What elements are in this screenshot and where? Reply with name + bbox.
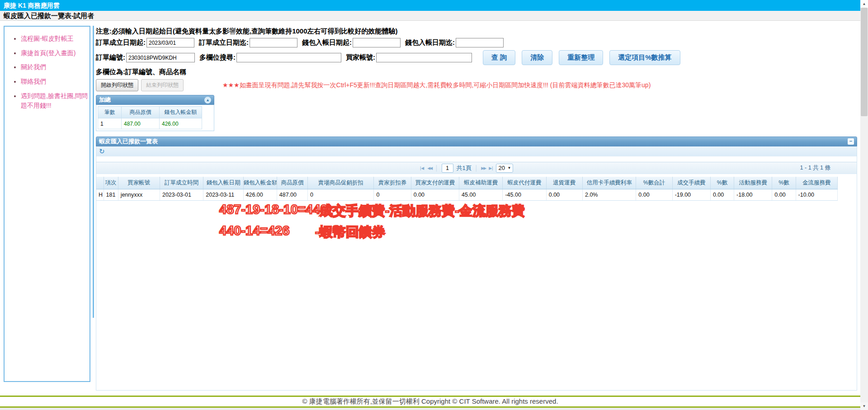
sum-panel-title: 加總: [99, 95, 111, 104]
annotation-formula-1: 487-19-18-10=440: [219, 202, 327, 217]
print-off-button: 結束列印狀態: [141, 79, 184, 91]
order-no-input[interactable]: [126, 53, 195, 62]
collapse-up-icon[interactable]: ▴: [204, 97, 211, 104]
print-on-button[interactable]: 開啟列印狀態: [96, 79, 138, 91]
page-title-bar: 蝦皮匯入已撥款一覽表-試用者: [0, 11, 860, 21]
order-date-to-input[interactable]: [250, 38, 297, 47]
col-return-shipping[interactable]: 退貨運費: [546, 177, 582, 189]
cell-credit-card-rate: 2.0%: [582, 189, 636, 200]
cell-shopee-subsidy-shipping: 45.00: [459, 189, 503, 200]
sum-wallet-amount: 426.00: [160, 118, 202, 129]
cell-shop-promo-discount: 0: [307, 189, 373, 200]
grid-panel-body: ↻ |◀ ◀◀ │ 共1頁 │ ▶▶ ▶| 20 ▼: [96, 146, 857, 391]
multi-field-hint: 多欄位為:訂單編號、商品名稱: [96, 68, 857, 76]
cell-buyer-paid-shipping: 0.00: [411, 189, 459, 200]
grid-table: 項次 買家帳號 訂單成立時間 錢包入帳日期 錢包入帳金額 商品原價 賣場商品促銷…: [96, 177, 838, 201]
wallet-date-from-input[interactable]: [353, 38, 401, 47]
bottom-strip: [0, 408, 860, 410]
order-no-label: 訂單編號:: [96, 53, 125, 62]
grid-toolbar: ↻: [96, 146, 857, 156]
cell-original-price: 487.00: [277, 189, 307, 200]
sum-original-price: 487.00: [122, 118, 160, 129]
filter-row-dates: 訂單成立日期起: 訂單成立日期迄: 錢包入帳日期起: 錢包入帳日期迄:: [96, 38, 857, 47]
col-shopee-paid-shipping[interactable]: 蝦皮代付運費: [503, 177, 546, 189]
col-activity-fee[interactable]: 活動服務費: [734, 177, 772, 189]
col-percent-total[interactable]: %數合計: [636, 177, 672, 189]
col-original-price[interactable]: 商品原價: [277, 177, 307, 189]
sidebar-item-home[interactable]: 康捷首頁(登入畫面): [21, 48, 90, 58]
col-transaction-fee[interactable]: 成交手續費: [672, 177, 710, 189]
grid-row[interactable]: H 181 jennyxxx 2023-03-01 2023-03-11 426…: [96, 189, 838, 200]
order-date-from-input[interactable]: [146, 38, 194, 47]
col-percent-1[interactable]: %數: [710, 177, 734, 189]
cell-wallet-amount: 426.00: [243, 189, 277, 200]
cell-seq: 181: [104, 189, 118, 200]
buyer-account-input[interactable]: [376, 53, 472, 62]
cell-wallet-date: 2023-03-11: [203, 189, 243, 200]
sidebar-item-about[interactable]: 關於我們: [21, 62, 90, 72]
wallet-date-from-label: 錢包入帳日期起:: [302, 38, 352, 47]
col-buyer-account[interactable]: 買家帳號: [118, 177, 160, 189]
cell-order-created: 2023-03-01: [160, 189, 203, 200]
page-number-input[interactable]: [442, 164, 453, 173]
col-seq[interactable]: 項次: [104, 177, 118, 189]
col-percent-2[interactable]: %數: [772, 177, 796, 189]
col-order-created[interactable]: 訂單成立時間: [160, 177, 203, 189]
multi-search-input[interactable]: [236, 53, 341, 62]
sidebar-item-facebook[interactable]: 遇到問題,臉書社團,問問題不用錢!!!: [21, 91, 90, 111]
col-seller-voucher[interactable]: 賣家折扣券: [374, 177, 411, 189]
vertical-scrollbar[interactable]: ▲ ▼: [860, 0, 868, 410]
sum-table: 筆數 商品原價 錢包入帳金額 1 487.00 426.00: [98, 106, 202, 129]
sum-panel: 加總 ▴ 筆數 商品原價 錢包入帳金額 1 487.00 426.00: [96, 95, 214, 131]
col-payment-fee[interactable]: 金流服務費: [796, 177, 837, 189]
cell-return-shipping: 0.00: [546, 189, 582, 200]
scrollbar-thumb[interactable]: [861, 8, 868, 116]
col-shop-promo-discount[interactable]: 賣場商品促銷折扣: [307, 177, 373, 189]
annotation-desc-2: -蝦幣回饋券: [315, 223, 385, 241]
col-marker[interactable]: [96, 177, 104, 189]
page-size-value: 20: [498, 165, 505, 171]
sidebar-item-flowchart[interactable]: 流程圖-蝦皮對帳王: [21, 34, 90, 44]
query-button[interactable]: 查 詢: [483, 50, 515, 65]
grid-panel-title: 蝦皮匯入已撥款一覽表: [99, 137, 158, 146]
scroll-up-icon[interactable]: ▲: [860, 0, 868, 8]
collapse-minus-icon[interactable]: −: [848, 138, 854, 145]
col-buyer-paid-shipping[interactable]: 買家支付的運費: [411, 177, 459, 189]
page-title: 蝦皮匯入已撥款一覽表-試用者: [4, 12, 94, 19]
annotation-desc-1: -成交手續費-活動服務費-金流服務費: [315, 202, 525, 220]
buyer-account-label: 買家帳號:: [346, 53, 375, 62]
wallet-date-to-input[interactable]: [456, 38, 504, 47]
sidebar: 流程圖-蝦皮對帳王 康捷首頁(登入畫面) 關於我們 聯絡我們 遇到問題,臉書社團…: [4, 26, 90, 382]
next-page-icon[interactable]: ▶▶: [481, 166, 486, 170]
print-row: 開啟列印狀態 結束列印狀態 ★★★如畫面呈現有問題,請先幫我按一次Ctrl+F5…: [96, 79, 857, 91]
last-page-icon[interactable]: ▶|: [489, 166, 493, 170]
app-title-bar: 康捷 K1 商務應用雲: [0, 0, 860, 11]
main-left-border: [93, 26, 94, 318]
calc-percent-button[interactable]: 選定項目%數推算: [609, 50, 680, 65]
sum-col-wallet-amount: 錢包入帳金額: [160, 107, 202, 118]
total-pages-label: 共1頁: [457, 164, 472, 172]
prev-page-icon[interactable]: ◀◀: [427, 166, 432, 170]
page-size-select[interactable]: 20 ▼: [496, 164, 513, 173]
notice-text: 注意:必須輸入日期起始日(避免資料量太多影響效能,查詢筆數維持1000左右可得到…: [96, 26, 857, 36]
refresh-icon[interactable]: ↻: [99, 148, 105, 155]
first-page-icon[interactable]: |◀: [420, 166, 424, 170]
cell-shopee-paid-shipping: -45.00: [503, 189, 546, 200]
cell-transaction-fee: -19.00: [672, 189, 710, 200]
sidebar-item-contact[interactable]: 聯絡我們: [21, 77, 90, 87]
grid-header-row: 項次 買家帳號 訂單成立時間 錢包入帳日期 錢包入帳金額 商品原價 賣場商品促銷…: [96, 177, 838, 189]
scroll-down-icon[interactable]: ▼: [860, 402, 868, 410]
copyright-text: © 康捷電腦著作權所有,並保留一切權利 Copyright © CIT Soft…: [302, 397, 558, 406]
cell-marker: H: [96, 189, 104, 200]
chevron-down-icon: ▼: [508, 166, 511, 170]
col-wallet-amount[interactable]: 錢包入帳金額: [243, 177, 277, 189]
sum-data-row: 1 487.00 426.00: [98, 118, 202, 129]
grid-panel-header: 蝦皮匯入已撥款一覽表 −: [96, 137, 857, 146]
pager-range-label: 1 - 1 共 1 條: [800, 164, 830, 172]
col-shopee-subsidy-shipping[interactable]: 蝦皮補助運費: [459, 177, 503, 189]
refresh-button[interactable]: 重新整理: [559, 50, 603, 65]
col-credit-card-rate[interactable]: 信用卡手續費利率: [582, 177, 636, 189]
grid-panel: 蝦皮匯入已撥款一覽表 − ↻ |◀ ◀◀ │ 共1頁 │ ▶▶ ▶|: [96, 137, 857, 391]
clear-button[interactable]: 清除: [522, 50, 552, 65]
col-wallet-date[interactable]: 錢包入帳日期: [203, 177, 243, 189]
